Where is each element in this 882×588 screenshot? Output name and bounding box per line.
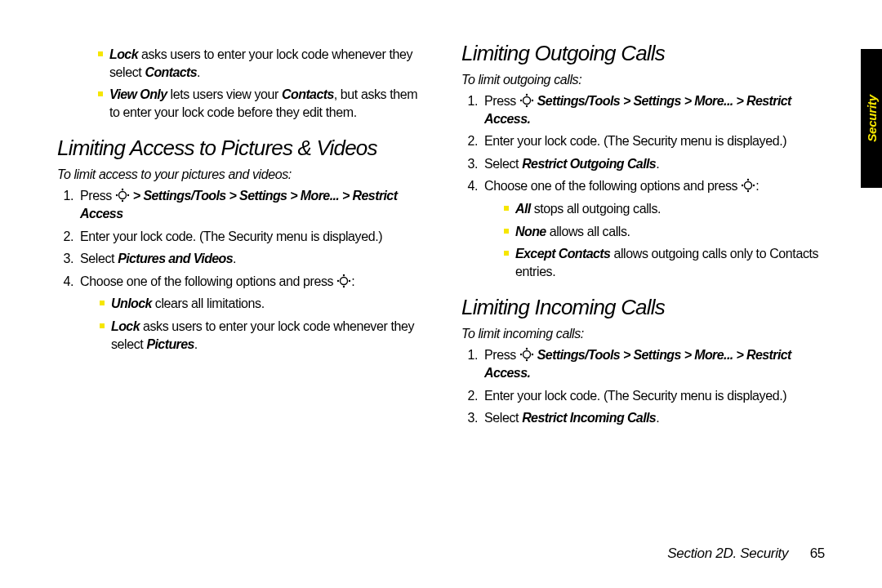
page-footer: Section 2D. Security 65 [667, 546, 825, 562]
term-pictures: Pictures [146, 337, 194, 351]
term-except-contacts: Except Contacts [515, 247, 610, 261]
step-item: Choose one of the following options and … [481, 177, 833, 280]
body-text: Choose one of the following options and … [80, 274, 336, 288]
nav-key-icon [519, 347, 534, 362]
body-text: . [656, 157, 659, 171]
term-view-only: View Only [109, 87, 167, 101]
steps-incoming: Press Settings/Tools > Settings > More..… [461, 346, 833, 426]
term-restrict-outgoing: Restrict Outgoing Calls [522, 157, 656, 171]
body-text: . [194, 337, 198, 351]
term-none: None [515, 225, 546, 238]
list-item: All stops all outgoing calls. [504, 200, 833, 218]
body-text: Select [80, 252, 118, 265]
list-item: View Only lets users view your Contacts,… [98, 86, 429, 121]
term-contacts: Contacts [145, 65, 197, 79]
subheading-pictures: To limit access to your pictures and vid… [57, 167, 429, 182]
nav-key-icon [519, 93, 534, 108]
body-text: . [197, 65, 200, 79]
body-text: . [527, 112, 530, 126]
body-text: . [527, 366, 530, 380]
term-unlock: Unlock [111, 296, 152, 310]
step-item: Select Restrict Incoming Calls. [481, 409, 833, 427]
nav-key-icon [115, 188, 130, 203]
body-text: . [233, 252, 236, 265]
nav-key-icon [336, 274, 351, 288]
step-item: Enter your lock code. (The Security menu… [481, 387, 833, 405]
list-item: Except Contacts allows outgoing calls on… [504, 245, 833, 280]
body-text: Select [484, 157, 522, 171]
steps-outgoing: Press Settings/Tools > Settings > More..… [461, 92, 833, 280]
body-text: Enter your lock code. (The Security menu… [484, 134, 786, 148]
subheading-outgoing: To limit outgoing calls: [461, 73, 833, 87]
side-tab-label: Security [865, 95, 879, 142]
page-number: 65 [810, 546, 825, 561]
intro-bullet-list: Lock asks users to enter your lock code … [57, 46, 429, 121]
options-list: Unlock clears all limitations. Lock asks… [80, 295, 429, 353]
list-item: Lock asks users to enter your lock code … [98, 46, 429, 81]
body-text: Enter your lock code. (The Security menu… [80, 229, 382, 243]
body-text: Press [484, 94, 519, 108]
list-item: Unlock clears all limitations. [100, 295, 429, 313]
body-text: stops all outgoing calls. [531, 202, 661, 216]
heading-limiting-outgoing: Limiting Outgoing Calls [461, 41, 833, 66]
page: Security Lock asks users to enter your l… [0, 0, 882, 588]
term-lock: Lock [111, 319, 140, 333]
heading-limiting-incoming: Limiting Incoming Calls [461, 295, 833, 320]
footer-section: Section 2D. Security [667, 546, 788, 561]
body-text: Choose one of the following options and … [484, 179, 741, 193]
right-column: Limiting Outgoing Calls To limit outgoin… [461, 41, 833, 435]
two-column-layout: Lock asks users to enter your lock code … [57, 41, 833, 435]
steps-pictures: Press > Settings/Tools > Settings > More… [57, 187, 429, 353]
step-item: Enter your lock code. (The Security menu… [481, 132, 833, 150]
options-list: All stops all outgoing calls. None allow… [484, 200, 833, 280]
body-text: . [656, 411, 659, 425]
body-text: lets users view your [167, 87, 282, 101]
nav-key-icon [741, 178, 755, 193]
left-column: Lock asks users to enter your lock code … [57, 41, 429, 435]
subheading-incoming: To limit incoming calls: [461, 327, 833, 341]
step-item: Select Restrict Outgoing Calls. [481, 155, 833, 173]
body-text: Press [484, 348, 519, 362]
body-text: Select [484, 411, 522, 425]
step-item: Select Pictures and Videos. [77, 250, 429, 268]
term-pictures-videos: Pictures and Videos [118, 252, 233, 265]
body-text: Press [80, 189, 115, 203]
step-item: Enter your lock code. (The Security menu… [77, 228, 429, 246]
list-item: Lock asks users to enter your lock code … [100, 318, 429, 353]
body-text: Enter your lock code. (The Security menu… [484, 389, 786, 403]
step-item: Choose one of the following options and … [77, 273, 429, 353]
section-side-tab: Security [861, 49, 882, 188]
list-item: None allows all calls. [504, 223, 833, 241]
term-contacts: Contacts [282, 87, 334, 101]
body-text: allows all calls. [546, 225, 630, 238]
step-item: Press Settings/Tools > Settings > More..… [481, 92, 833, 127]
body-text: : [755, 179, 759, 193]
step-item: Press > Settings/Tools > Settings > More… [77, 187, 429, 222]
term-all: All [515, 202, 531, 216]
body-text: : [351, 274, 354, 288]
body-text: clears all limitations. [152, 296, 265, 310]
term-lock: Lock [109, 47, 138, 61]
term-restrict-incoming: Restrict Incoming Calls [522, 411, 656, 425]
step-item: Press Settings/Tools > Settings > More..… [481, 346, 833, 381]
heading-limiting-pictures: Limiting Access to Pictures & Videos [57, 136, 429, 161]
